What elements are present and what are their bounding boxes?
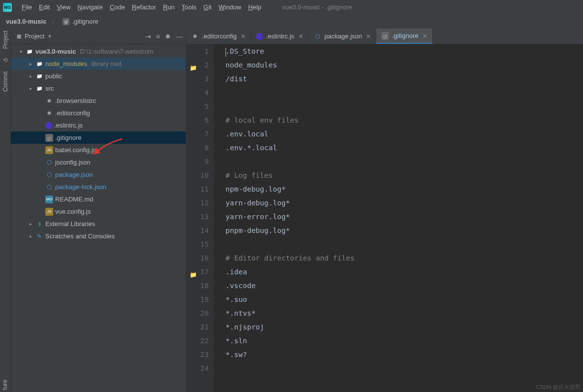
code-line[interactable] (226, 86, 583, 99)
code-line[interactable]: .DS_Store (226, 44, 583, 58)
tree-folder-node_modules[interactable]: node_modules library root (11, 58, 186, 70)
line-number[interactable]: 14 (186, 224, 209, 237)
line-number[interactable]: 13 (186, 210, 209, 224)
line-number[interactable]: 11 (186, 182, 209, 196)
breadcrumb-root[interactable]: vue3.0-music (4, 17, 48, 26)
settings-button[interactable]: ✸ (165, 33, 171, 40)
code-line[interactable] (226, 155, 583, 168)
folder-icon (35, 72, 43, 80)
code-line[interactable]: .env.*.local (226, 141, 583, 155)
line-number[interactable]: 6 (186, 113, 209, 127)
code-line[interactable]: # Editor directories and files (226, 251, 583, 265)
line-number[interactable]: 3 (186, 72, 209, 86)
folder-icon (35, 60, 43, 68)
menu-file[interactable]: File (19, 2, 35, 12)
gutter-folder-icon: 📁 (189, 61, 197, 69)
line-number[interactable]: 21 (186, 320, 209, 334)
rail-commit-icon[interactable]: ⟲ (3, 57, 8, 64)
code-line[interactable]: *.sw? (226, 348, 583, 361)
tree-file-jsconfig-json[interactable]: ⬡ jsconfig.json (11, 156, 186, 168)
line-number[interactable]: 1 (186, 44, 209, 58)
tree-external-libraries[interactable]: ⫴ External Libraries (11, 218, 186, 230)
menu-navigate[interactable]: Navigate (74, 2, 105, 12)
collapse-all-button[interactable]: ≡ (156, 33, 160, 40)
tab--eslintrc-js[interactable]: .eslintrc.js✕ (251, 29, 309, 44)
tree-file-package-lock-json[interactable]: ⬡ package-lock.json (11, 181, 186, 193)
code-line[interactable]: npm-debug.log* (226, 182, 583, 196)
rail-tab-commit[interactable]: Commit (2, 71, 9, 92)
tree-root[interactable]: vue3.0-music D:\1-software\7-webstrom (11, 45, 186, 58)
gitignore-icon: gi (45, 134, 53, 142)
code-line[interactable]: yarn-error.log* (226, 210, 583, 224)
hide-button[interactable]: — (176, 33, 183, 40)
line-number[interactable]: 24 (186, 361, 209, 375)
code-line[interactable] (226, 237, 583, 251)
close-icon[interactable]: ✕ (298, 33, 303, 40)
rail-tab-structure[interactable]: ture (1, 380, 8, 390)
tree-file-package-json[interactable]: ⬡ package.json (11, 168, 186, 181)
line-number[interactable]: 22 (186, 334, 209, 348)
code-line[interactable] (226, 99, 583, 113)
tab--gitignore[interactable]: gi.gitignore✕ (376, 29, 432, 44)
tree-file--editorconfig[interactable]: ✸ .editorconfig (11, 107, 186, 119)
menu-help[interactable]: Help (245, 2, 264, 12)
menu-view[interactable]: View (54, 2, 73, 12)
gutter-folder-icon: 📁 (189, 268, 197, 276)
code-line[interactable]: /dist (226, 72, 583, 86)
code-line[interactable]: node_modules (226, 58, 583, 72)
menu-window[interactable]: Window (216, 2, 244, 12)
line-number[interactable]: 12 (186, 196, 209, 210)
close-icon[interactable]: ✕ (241, 33, 246, 40)
code-line[interactable] (226, 361, 583, 375)
menu-edit[interactable]: Edit (36, 2, 53, 12)
line-number[interactable]: 7 (186, 127, 209, 141)
menu-git[interactable]: Git (200, 2, 215, 12)
gitignore-icon: gi (63, 18, 69, 25)
line-number[interactable]: 19 (186, 293, 209, 306)
line-number[interactable]: 15 (186, 237, 209, 251)
code-line[interactable]: *.njsproj (226, 320, 583, 334)
tree-file-vue-config-js[interactable]: JS vue.config.js (11, 205, 186, 218)
rail-tab-project[interactable]: Project (2, 31, 9, 49)
code-line[interactable]: # local env files (226, 113, 583, 127)
line-number[interactable]: 10 (186, 168, 209, 182)
line-number[interactable]: 8 (186, 141, 209, 155)
menu-code[interactable]: Code (107, 2, 128, 12)
code-line[interactable]: .vscode (226, 279, 583, 293)
line-number[interactable]: 9 (186, 155, 209, 168)
line-number[interactable]: 23 (186, 348, 209, 361)
close-icon[interactable]: ✕ (366, 33, 371, 40)
tab-package-json[interactable]: ⬡package.json✕ (309, 29, 377, 44)
line-number[interactable]: 4 (186, 86, 209, 99)
code-line[interactable]: *.ntvs* (226, 306, 583, 320)
breadcrumb-file[interactable]: gi .gitignore (61, 17, 100, 26)
line-number[interactable]: 18 (186, 279, 209, 293)
code-line[interactable]: .idea (226, 265, 583, 279)
project-view-selector[interactable]: ▦ Project ▼ (12, 31, 55, 42)
code-line[interactable]: *.suo (226, 293, 583, 306)
line-number[interactable]: 20 (186, 306, 209, 320)
code-line[interactable]: *.sln (226, 334, 583, 348)
close-icon[interactable]: ✕ (422, 33, 427, 39)
tree-scratches-and-consoles[interactable]: ✎ Scratches and Consoles (11, 230, 186, 242)
json-icon: ⬡ (45, 183, 53, 191)
menu-refactor[interactable]: Refactor (129, 2, 159, 12)
tree-file--gitignore[interactable]: gi .gitignore (11, 131, 186, 144)
menu-tools[interactable]: Tools (179, 2, 199, 12)
line-number[interactable]: 16 (186, 251, 209, 265)
tree-folder-src[interactable]: src (11, 82, 186, 95)
line-number[interactable]: 5 (186, 99, 209, 113)
breadcrumb-sep: 〉 (51, 17, 58, 26)
tree-folder-public[interactable]: public (11, 70, 186, 82)
code-line[interactable]: .env.local (226, 127, 583, 141)
code-line[interactable]: yarn-debug.log* (226, 196, 583, 210)
tab--editorconfig[interactable]: ✸.editorconfig✕ (186, 29, 251, 44)
tree-file-babel-config-js[interactable]: JS babel.config.js (11, 144, 186, 156)
select-opened-file-button[interactable]: ⇥ (145, 33, 151, 40)
tree-file-README-md[interactable]: MD README.md (11, 193, 186, 205)
code-line[interactable]: pnpm-debug.log* (226, 224, 583, 237)
code-line[interactable]: # Log files (226, 168, 583, 182)
tree-file--eslintrc-js[interactable]: .eslintrc.js (11, 119, 186, 131)
tree-file--browserslistrc[interactable]: ✸ .browserslistrc (11, 95, 186, 107)
menu-run[interactable]: Run (160, 2, 178, 12)
